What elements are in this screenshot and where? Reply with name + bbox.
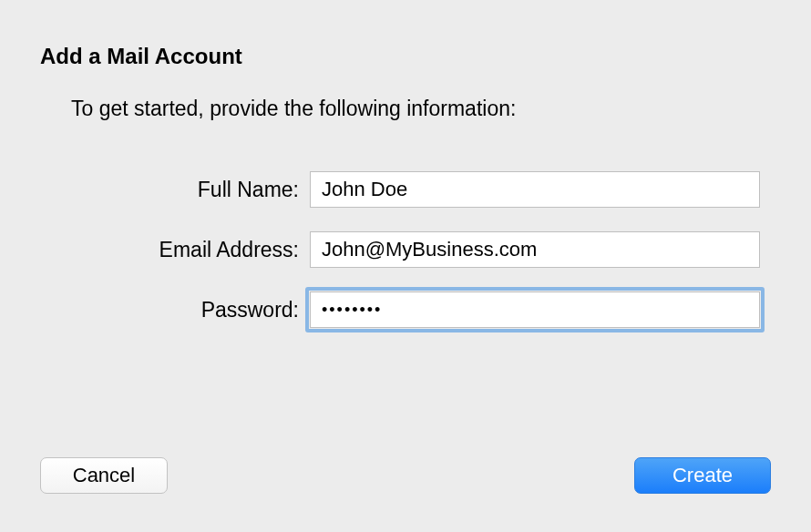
fullname-input[interactable] — [310, 171, 760, 208]
fullname-input-wrap — [310, 171, 760, 208]
dialog-title: Add a Mail Account — [40, 44, 242, 69]
form-area: Full Name: Email Address: Password: — [0, 171, 811, 352]
password-input[interactable] — [310, 292, 760, 328]
create-button[interactable]: Create — [634, 457, 771, 494]
cancel-button[interactable]: Cancel — [40, 457, 168, 494]
dialog-subtitle: To get started, provide the following in… — [71, 97, 516, 121]
fullname-label: Full Name: — [0, 178, 310, 202]
email-input-wrap — [310, 231, 760, 268]
email-label: Email Address: — [0, 238, 310, 262]
password-row: Password: — [0, 292, 811, 328]
email-input[interactable] — [310, 231, 760, 268]
password-label: Password: — [0, 298, 310, 322]
fullname-row: Full Name: — [0, 171, 811, 208]
button-row: Cancel Create — [40, 457, 771, 494]
email-row: Email Address: — [0, 231, 811, 268]
password-input-wrap — [310, 292, 760, 328]
